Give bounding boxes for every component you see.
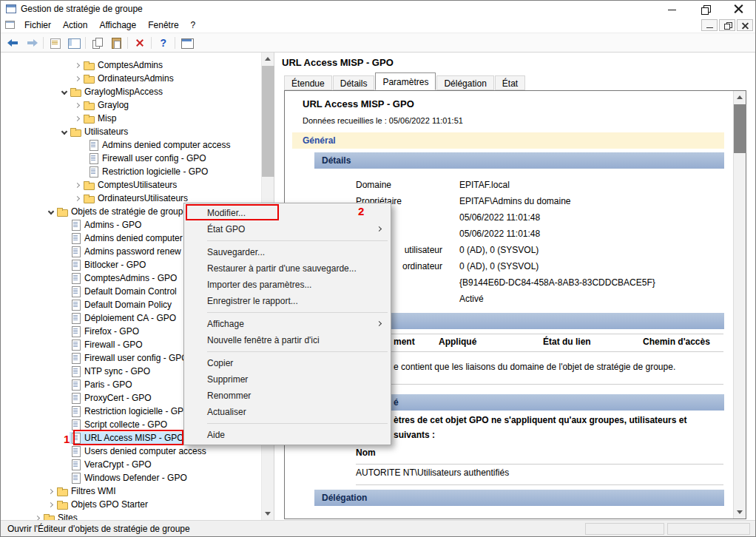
context-menu-item-nouvelle-fenetre-a-partir-d-ici[interactable]: Nouvelle fenêtre à partir d'ici [184, 332, 391, 348]
scroll-down-icon[interactable] [262, 507, 274, 520]
context-menu-item-importer-des-parametres[interactable]: Importer des paramètres... [184, 277, 391, 293]
tree-item-veracrypt-gpo[interactable]: VeraCrypt - GPO [60, 458, 154, 471]
help-button[interactable] [154, 35, 172, 51]
context-menu-item-aide[interactable]: Aide [184, 427, 391, 443]
tree-item-restriction-logicielle-gpo[interactable]: Restriction logicielle - GPO [78, 165, 210, 178]
expand-chevron-icon[interactable] [73, 74, 83, 84]
tree-item-windows-defender-gpo[interactable]: Windows Defender - GPO [60, 471, 189, 484]
annotation-box-step2 [186, 204, 279, 220]
expand-chevron-icon[interactable] [33, 513, 43, 521]
tree-indent-spacer [60, 394, 70, 403]
delete-icon [133, 36, 146, 50]
context-menu-item-restaurer-a-partir-d-une-sauvegarde[interactable]: Restaurer à partir d'une sauvegarde... [184, 260, 391, 277]
status-text: Ouvrir l'Éditeur d'objets de stratégie d… [7, 524, 190, 534]
tree-item-graylogmispaccess[interactable]: GraylogMispAccess [60, 85, 165, 98]
tree-item-ordinateursadmins[interactable]: OrdinateursAdmins [73, 72, 176, 85]
mdi-close-button[interactable] [737, 19, 753, 31]
paste-button[interactable] [107, 35, 125, 51]
menu-fenetre[interactable]: Fenêtre [142, 18, 184, 33]
export-list-button[interactable] [46, 35, 64, 51]
tree-item-deploiement-ca-gpo[interactable]: Déploiement CA - GPO [60, 311, 178, 325]
copy-button[interactable] [88, 35, 107, 51]
tree-item-proxycert-gpo[interactable]: ProxyCert - GPO [60, 391, 154, 405]
tree-item-firewall-user-config-gpo[interactable]: Firewall user config - GPO [60, 351, 191, 365]
menu-action[interactable]: Action [57, 18, 93, 33]
expand-chevron-icon[interactable] [47, 500, 56, 510]
tab-delegation[interactable]: Délégation [436, 75, 493, 90]
tab-details[interactable]: Détails [333, 75, 375, 90]
tree-item-utilisateurs[interactable]: Utilisateurs [60, 125, 130, 138]
tree-item-comptesadmins-gpo[interactable]: ComptesAdmins - GPO [60, 271, 179, 285]
tree-item-bitlocker-gpo[interactable]: Bitlocker - GPO [60, 258, 148, 271]
tab-etat[interactable]: État [495, 75, 525, 90]
mdi-restore-button[interactable] [719, 19, 735, 31]
tree-item-sites[interactable]: Sites [33, 511, 80, 520]
minimize-button[interactable] [655, 1, 689, 17]
tree-item-graylog[interactable]: Graylog [73, 98, 131, 112]
tree-item-paris-gpo[interactable]: Paris - GPO [60, 378, 135, 391]
menu-help[interactable]: ? [185, 18, 202, 33]
tree-item-firefox-gpo[interactable]: Firefox - GPO [60, 325, 141, 338]
tree-item-inner: Graylog [83, 99, 131, 111]
context-menu-item-affichage[interactable]: Affichage [184, 316, 391, 332]
collapse-chevron-icon[interactable] [60, 87, 70, 97]
back-button[interactable] [4, 35, 22, 51]
security-note-line1: ètres de cet objet GPO ne s'appliquent q… [394, 415, 686, 425]
context-menu-item-actualiser[interactable]: Actualiser [184, 404, 391, 420]
tree-item-admins-password-renew[interactable]: Admins password renew [60, 245, 183, 258]
tree-item-filtres-wmi[interactable]: Filtres WMI [47, 484, 118, 498]
menu-affichage[interactable]: Affichage [93, 18, 142, 33]
tree-item-firewall-gpo[interactable]: Firewall - GPO [60, 338, 145, 351]
tree-item-restriction-logicielle-gpo[interactable]: Restriction logicielle - GPO [60, 405, 192, 418]
tree-item-objets-gpo-starter[interactable]: Objets GPO Starter [47, 498, 150, 511]
collapse-chevron-icon[interactable] [60, 127, 70, 137]
tree-item-admins-gpo[interactable]: Admins - GPO [60, 218, 144, 232]
tree-item-comptesutilisateurs[interactable]: ComptesUtilisateurs [73, 178, 179, 192]
context-menu-item-etat-gpo[interactable]: État GPO [184, 221, 391, 237]
report-scrollbar[interactable] [733, 91, 746, 519]
scroll-up-icon[interactable] [734, 91, 746, 104]
scroll-thumb[interactable] [262, 66, 274, 177]
forward-button[interactable] [22, 35, 41, 51]
close-button[interactable] [722, 1, 755, 17]
context-menu-item-sauvegarder[interactable]: Sauvegarder... [184, 244, 391, 260]
context-menu-item-copier[interactable]: Copier [184, 355, 391, 371]
context-menu-item-supprimer[interactable]: Supprimer [184, 371, 391, 388]
expand-chevron-icon[interactable] [73, 180, 83, 190]
scroll-down-icon[interactable] [734, 506, 746, 519]
report-title: URL Access MISP - GPO [303, 98, 414, 109]
context-menu-item-enregistrer-le-rapport[interactable]: Enregistrer le rapport... [184, 293, 391, 309]
expand-chevron-icon[interactable] [73, 101, 83, 110]
general-band[interactable]: Général [292, 132, 724, 149]
tree-item-ntp-sync-gpo[interactable]: NTP sync - GPO [60, 365, 152, 378]
tree-item-default-domain-control[interactable]: Default Domain Control [60, 285, 179, 298]
mdi-minimize-button[interactable] [701, 19, 718, 31]
expand-chevron-icon[interactable] [73, 61, 83, 70]
expand-chevron-icon[interactable] [47, 487, 56, 496]
details-band[interactable]: Détails [314, 152, 724, 169]
tree-item-admins-denied-computer-access[interactable]: Admins denied computer access [78, 138, 232, 152]
expand-chevron-icon[interactable] [73, 114, 83, 124]
delegation-band[interactable]: Délégation [314, 490, 724, 506]
tree-item-users-denied-computer-access[interactable]: Users denied computer access [60, 445, 209, 458]
collapse-chevron-icon[interactable] [47, 207, 56, 217]
scroll-up-icon[interactable] [262, 53, 274, 65]
tree-item-objets-de-strategie-de-groupe[interactable]: Objets de stratégie de groupe [47, 205, 190, 218]
expand-chevron-icon[interactable] [73, 194, 83, 203]
tree-item-default-domain-policy[interactable]: Default Domain Policy [60, 298, 174, 311]
tree-item-misp[interactable]: Misp [73, 112, 118, 125]
tab-etendue[interactable]: Étendue [284, 75, 332, 90]
tree-item-ordinateursutilisateurs[interactable]: OrdinateursUtilisateurs [73, 192, 190, 205]
title-bar: Gestion de stratégie de groupe [1, 1, 755, 17]
restore-button[interactable] [689, 1, 722, 17]
scroll-thumb[interactable] [734, 104, 746, 153]
menu-fichier[interactable]: Fichier [18, 18, 57, 33]
gpo-icon [70, 246, 81, 257]
console-tree-button[interactable] [64, 35, 83, 51]
tree-item-comptesadmins[interactable]: ComptesAdmins [73, 58, 165, 72]
tree-item-firewall-user-config-gpo[interactable]: Firewall user config - GPO [78, 152, 209, 165]
context-menu-item-renommer[interactable]: Renommer [184, 388, 391, 404]
delete-button[interactable] [130, 35, 149, 51]
tab-parametres[interactable]: Paramètres [375, 72, 436, 90]
console-window-button[interactable] [178, 35, 196, 51]
